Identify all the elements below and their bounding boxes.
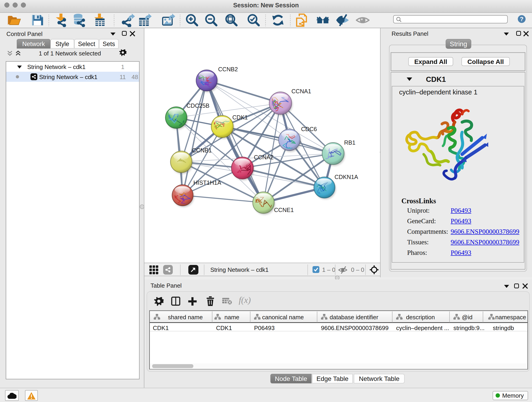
svg-text:CCNB1: CCNB1 <box>192 147 212 153</box>
svg-text:RB1: RB1 <box>344 139 355 146</box>
svg-text:CDC25B: CDC25B <box>186 102 209 109</box>
svg-text:HIST1H1A: HIST1H1A <box>193 179 221 186</box>
svg-text:CCNE1: CCNE1 <box>274 207 294 213</box>
svg-text:CDKN1A: CDKN1A <box>335 174 358 180</box>
svg-text:CCNA2: CCNA2 <box>254 154 273 160</box>
svg-text:CCNA1: CCNA1 <box>291 88 311 95</box>
svg-text:CDC6: CDC6 <box>301 126 317 132</box>
svg-text:CDK1: CDK1 <box>232 114 248 121</box>
svg-text:CCNB2: CCNB2 <box>218 66 238 72</box>
